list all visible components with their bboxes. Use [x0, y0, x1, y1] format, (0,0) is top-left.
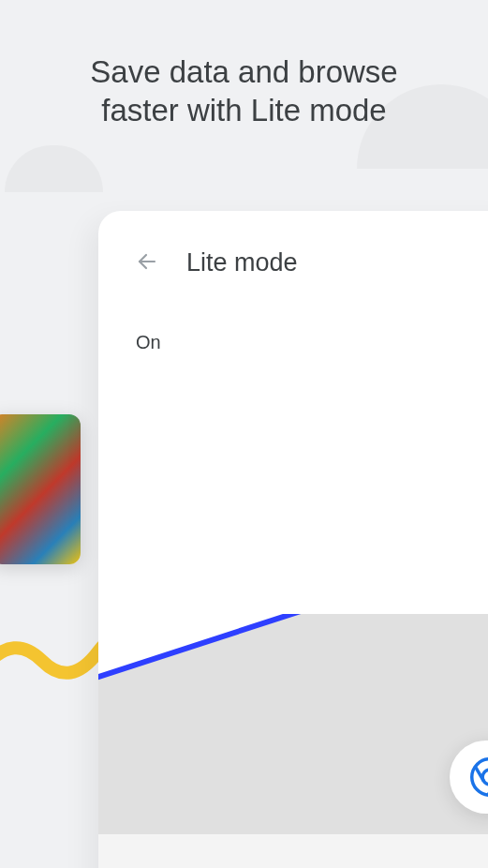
page-headline: Save data and browse faster with Lite mo… [0, 52, 488, 130]
data-graph [98, 614, 488, 868]
card-title: Lite mode [186, 248, 298, 277]
toggle-label: On [136, 332, 161, 353]
headline-line: Save data and browse [90, 54, 397, 89]
lite-mode-toggle-row: On [98, 277, 488, 353]
chrome-icon [470, 757, 488, 797]
headline-line: faster with Lite mode [101, 93, 386, 127]
background-image-card [0, 414, 81, 564]
lite-mode-card: Lite mode On 16.45 MB used 13.78 MB sav [98, 211, 488, 868]
cloud-decoration [5, 145, 103, 192]
card-header: Lite mode [98, 211, 488, 277]
back-arrow-icon[interactable] [136, 250, 158, 277]
stats-background [98, 834, 488, 868]
svg-point-2 [482, 770, 488, 785]
